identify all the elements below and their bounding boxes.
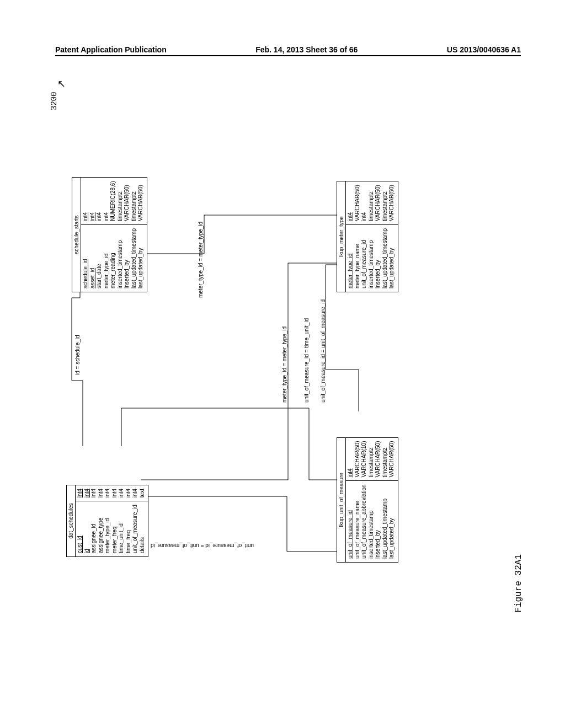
column-names: cust_id id assignee_id assignee_type met… bbox=[76, 501, 148, 556]
page-header: Patent Application Publication Feb. 14, … bbox=[55, 45, 521, 56]
entity-lkup-meter-type: lkup_meter_type meter_type_id meter_type… bbox=[337, 181, 398, 292]
relation-metertype-metertype-2: meter_type_id = meter_type_id bbox=[198, 222, 204, 298]
relation-uom-uom: unit_of_measure_id = unit_of_measure_id bbox=[151, 543, 254, 549]
entity-title: lkup_unit_of_measure bbox=[337, 438, 346, 562]
entity-title: lkup_meter_type bbox=[337, 181, 346, 292]
column-types: int4 VARCHAR(50) int4 timestamptz VARCHA… bbox=[346, 181, 398, 225]
relation-uom-timeunit: unit_of_measure_id = time_unit_id bbox=[303, 318, 310, 403]
figure-caption: Figure 32A1 bbox=[514, 554, 524, 613]
header-right: US 2013/0040636 A1 bbox=[447, 45, 521, 54]
relation-metertype-metertype: meter_type_id = meter_type_id bbox=[281, 326, 287, 403]
entity-schedule-starts: schedule_starts schedule_id asset_id sta… bbox=[72, 177, 147, 292]
relation-id-schedule-id: id = schedule_id bbox=[74, 335, 81, 375]
column-types: int4 VARCHAR(50) VARCHAR(10) timestamptz… bbox=[346, 438, 398, 481]
entity-lkup-unit-of-measure: lkup_unit_of_measure unit_of_measure_id … bbox=[337, 437, 398, 563]
column-names: meter_type_id meter_type_name unit_of_me… bbox=[346, 225, 398, 292]
column-names: unit_of_measure_id unit_of_measure_name … bbox=[346, 481, 398, 562]
column-types: int4 int4 int4 int4 NUMERIC(28,6) timest… bbox=[81, 178, 147, 225]
column-types: int4 int4 int4 int4 int4 int4 int4 int4 … bbox=[76, 485, 148, 501]
header-center: Feb. 14, 2013 Sheet 36 of 66 bbox=[255, 45, 358, 54]
entity-title: dat_schedules bbox=[67, 485, 76, 556]
er-diagram: dat_schedules cust_id id assignee_id ass… bbox=[50, 83, 502, 563]
entity-title: schedule_starts bbox=[72, 178, 81, 292]
relation-uom-uom-2: unit_of_measure_id = unit_of_measure_id bbox=[320, 299, 326, 403]
entity-dat-schedules: dat_schedules cust_id id assignee_id ass… bbox=[66, 485, 148, 557]
column-names: schedule_id asset_id start_date meter_ty… bbox=[81, 225, 147, 292]
header-left: Patent Application Publication bbox=[55, 45, 167, 54]
